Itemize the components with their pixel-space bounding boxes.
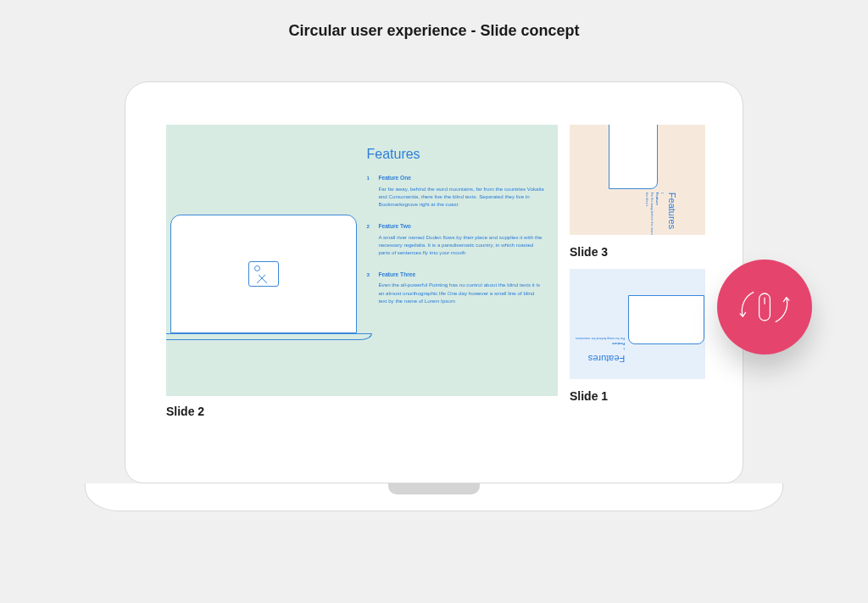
rotate-badge[interactable] <box>717 260 812 355</box>
feature-item: 1 Feature One Far far away, behind the w… <box>366 174 544 209</box>
slide-2-card[interactable]: Features 1 Feature One Far far away, beh… <box>166 125 558 396</box>
features-heading: Features <box>366 147 544 162</box>
laptop-screen: Features 1 Feature One Far far away, beh… <box>125 81 743 483</box>
slide-2-content: Features 1 Feature One Far far away, beh… <box>361 125 558 396</box>
slide-1-label: Slide 1 <box>570 389 705 403</box>
slide-3-thumbnail[interactable]: Features 1 Feature Far far away behind t… <box>570 125 705 235</box>
page-title: Circular user experience - Slide concept <box>0 0 868 40</box>
svg-rect-0 <box>760 293 771 321</box>
feature-item: 2 Feature Two A small river named Duden … <box>366 222 544 257</box>
feature-item: 3 Feature Three Even the all-powerful Po… <box>366 271 544 305</box>
slide-1-thumbnail[interactable]: Features 1 Feature Far far away behind t… <box>570 269 705 379</box>
slide-3-label: Slide 3 <box>570 245 705 259</box>
image-placeholder-icon <box>248 261 279 287</box>
laptop-base <box>85 483 783 511</box>
rotate-mouse-icon <box>731 273 798 341</box>
slide-2-illustration <box>166 125 361 396</box>
laptop-mockup: Features 1 Feature One Far far away, beh… <box>125 81 743 483</box>
slide-2-label: Slide 2 <box>166 405 558 418</box>
